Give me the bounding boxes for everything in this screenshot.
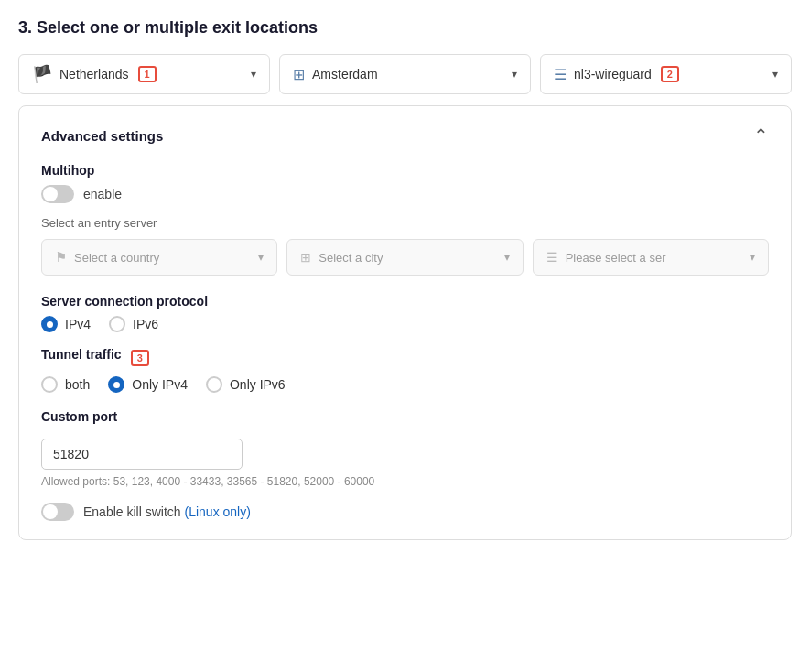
advanced-settings-title: Advanced settings: [41, 128, 163, 144]
tunnel-traffic-badge: 3: [131, 350, 149, 366]
tunnel-traffic-header: Tunnel traffic 3: [41, 347, 769, 369]
server-dropdown[interactable]: ☰ nl3-wireguard 2 ▾: [540, 54, 792, 94]
collapse-icon[interactable]: ⌃: [753, 125, 769, 146]
entry-city-dropdown[interactable]: ⊞ Select a city ▾: [286, 239, 523, 276]
tunnel-traffic-radio-row: both Only IPv4 Only IPv6: [41, 376, 769, 393]
country-badge: 1: [138, 66, 157, 82]
kill-switch-row: Enable kill switch (Linux only): [41, 503, 769, 521]
page-title: 3. Select one or multiple exit locations: [18, 18, 792, 38]
tunnel-ipv4-label: Only IPv4: [132, 377, 188, 392]
tunnel-ipv4-option[interactable]: Only IPv4: [108, 376, 188, 393]
advanced-settings-header: Advanced settings ⌃: [41, 125, 769, 146]
entry-country-chevron-icon: ▾: [258, 251, 264, 264]
kill-switch-label: Enable kill switch (Linux only): [83, 504, 251, 519]
tunnel-ipv4-radio[interactable]: [108, 376, 124, 393]
entry-server-placeholder: Please select a ser: [566, 251, 666, 265]
country-dropdown[interactable]: 🏴 Netherlands 1 ▾: [18, 54, 270, 94]
multihop-toggle-label: enable: [83, 187, 122, 201]
city-dropdown[interactable]: ⊞ Amsterdam ▾: [279, 54, 531, 94]
protocol-ipv6-radio[interactable]: [109, 316, 125, 332]
protocol-ipv6-option[interactable]: IPv6: [109, 316, 158, 332]
tunnel-both-radio[interactable]: [41, 376, 58, 393]
multihop-toggle[interactable]: [41, 185, 74, 203]
server-icon: ☰: [554, 66, 567, 83]
tunnel-traffic-label: Tunnel traffic: [41, 347, 122, 362]
tunnel-both-option[interactable]: both: [41, 376, 90, 393]
entry-city-icon: ⊞: [300, 250, 311, 265]
protocol-section: Server connection protocol IPv4 IPv6: [41, 294, 769, 332]
city-icon: ⊞: [293, 66, 305, 83]
custom-port-label: Custom port: [41, 409, 769, 424]
location-bar: 🏴 Netherlands 1 ▾ ⊞ Amsterdam ▾ ☰ nl3-wi…: [18, 54, 792, 94]
entry-country-dropdown[interactable]: ⚑ Select a country ▾: [41, 239, 277, 276]
entry-city-placeholder: Select a city: [319, 251, 383, 265]
entry-server-dropdown[interactable]: ☰ Please select a ser ▾: [533, 239, 769, 276]
protocol-label: Server connection protocol: [41, 294, 769, 309]
tunnel-ipv6-label: Only IPv6: [230, 377, 286, 392]
kill-switch-linux-note: (Linux only): [185, 504, 251, 519]
allowed-ports-text: Allowed ports: 53, 123, 4000 - 33433, 33…: [41, 475, 769, 488]
protocol-ipv6-label: IPv6: [133, 317, 158, 331]
entry-country-placeholder: Select a country: [74, 251, 159, 265]
protocol-radio-row: IPv4 IPv6: [41, 316, 769, 332]
server-chevron-icon: ▾: [772, 68, 778, 81]
city-chevron-icon: ▾: [512, 68, 517, 81]
country-name: Netherlands: [59, 67, 129, 81]
entry-flag-icon: ⚑: [55, 249, 67, 266]
country-chevron-icon: ▾: [251, 68, 256, 81]
server-badge: 2: [661, 66, 679, 82]
protocol-ipv4-option[interactable]: IPv4: [41, 316, 91, 332]
city-name: Amsterdam: [312, 67, 378, 81]
entry-server-label: Select an entry server: [41, 216, 769, 230]
entry-server-chevron-icon: ▾: [750, 251, 755, 264]
entry-dropdowns: ⚑ Select a country ▾ ⊞ Select a city ▾ ☰…: [41, 239, 769, 276]
protocol-ipv4-label: IPv4: [65, 317, 91, 331]
multihop-toggle-row: enable: [41, 185, 769, 203]
tunnel-traffic-section: Tunnel traffic 3 both Only IPv4 Only IPv…: [41, 347, 769, 393]
custom-port-input[interactable]: [41, 439, 243, 470]
kill-switch-toggle[interactable]: [41, 503, 74, 521]
multihop-section: Multihop enable: [41, 163, 769, 203]
tunnel-both-label: both: [65, 377, 90, 392]
protocol-ipv4-radio[interactable]: [41, 316, 58, 332]
flag-icon: 🏴: [32, 64, 52, 84]
entry-city-chevron-icon: ▾: [504, 251, 510, 264]
multihop-label: Multihop: [41, 163, 769, 178]
tunnel-ipv6-radio[interactable]: [206, 376, 222, 393]
custom-port-section: Custom port Allowed ports: 53, 123, 4000…: [41, 409, 769, 488]
server-name: nl3-wireguard: [574, 67, 652, 81]
advanced-settings-box: Advanced settings ⌃ Multihop enable Sele…: [18, 105, 792, 540]
entry-server-list-icon: ☰: [546, 250, 558, 265]
tunnel-ipv6-option[interactable]: Only IPv6: [206, 376, 286, 393]
